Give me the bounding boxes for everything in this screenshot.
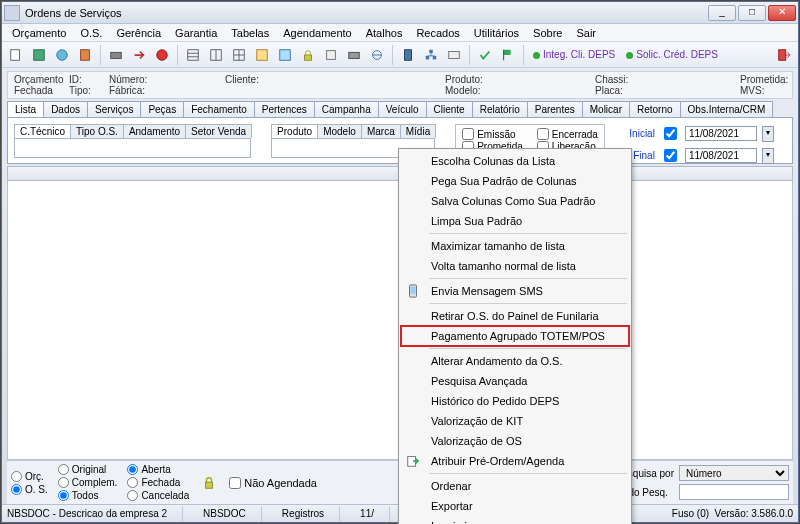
tool-pref-icon[interactable]: [321, 45, 341, 65]
tab-veculo[interactable]: Veículo: [378, 101, 427, 117]
subtab-modelo[interactable]: Modelo: [317, 124, 362, 138]
tool-flag-icon[interactable]: [498, 45, 518, 65]
subtab-setorvenda[interactable]: Setor Venda: [185, 124, 252, 138]
ctx-label: Ordenar: [425, 480, 471, 492]
menu-atalhos[interactable]: Atalhos: [360, 26, 409, 40]
lock-icon[interactable]: [199, 473, 219, 493]
tool-stop-icon[interactable]: [152, 45, 172, 65]
check-encerrada[interactable]: Encerrada: [537, 128, 598, 141]
tool-save-icon[interactable]: [29, 45, 49, 65]
tab-fechamento[interactable]: Fechamento: [183, 101, 255, 117]
radio-todos[interactable]: Todos: [58, 489, 118, 502]
radio-os[interactable]: O. S.: [11, 483, 48, 496]
date-inicial-dropdown-icon[interactable]: ▾: [762, 126, 774, 142]
check-inicial[interactable]: [664, 127, 677, 140]
tab-retorno[interactable]: Retorno: [629, 101, 681, 117]
menu-sair[interactable]: Sair: [570, 26, 602, 40]
tool-grid5-icon[interactable]: [275, 45, 295, 65]
radio-complem[interactable]: Complem.: [58, 476, 118, 489]
ctx-exportar[interactable]: Exportar: [401, 496, 629, 516]
tool-print2-icon[interactable]: [344, 45, 364, 65]
subtab-ctcnico[interactable]: C.Técnico: [14, 124, 71, 138]
tab-obsinternacrm[interactable]: Obs.Interna/CRM: [680, 101, 774, 117]
subtab-produto[interactable]: Produto: [271, 124, 318, 138]
radio-fechada[interactable]: Fechada: [127, 476, 189, 489]
menu-os[interactable]: O.S.: [74, 26, 108, 40]
tool-net-icon[interactable]: [367, 45, 387, 65]
tool-exit-icon[interactable]: [774, 45, 794, 65]
ctx-salva-colunas-como-sua-padr-o[interactable]: Salva Colunas Como Sua Padrão: [401, 191, 629, 211]
tool-arrow-icon[interactable]: [129, 45, 149, 65]
radio-original[interactable]: Original: [58, 463, 118, 476]
ctx-alterar-andamento-da-o-s-[interactable]: Alterar Andamento da O.S.: [401, 351, 629, 371]
menu-oramento[interactable]: Orçamento: [6, 26, 72, 40]
tool-globe-icon[interactable]: [52, 45, 72, 65]
ctx-pagamento-agrupado-totem-pos[interactable]: Pagamento Agrupado TOTEM/POS: [401, 326, 629, 346]
menu-recados[interactable]: Recados: [410, 26, 465, 40]
tab-servios[interactable]: Serviços: [87, 101, 141, 117]
tool-print-icon[interactable]: [106, 45, 126, 65]
tool-lock-icon[interactable]: [298, 45, 318, 65]
ctx-ordenar[interactable]: Ordenar: [401, 476, 629, 496]
tool-card-icon[interactable]: [444, 45, 464, 65]
close-button[interactable]: ✕: [768, 5, 796, 21]
ctx-escolha-colunas-da-lista[interactable]: Escolha Colunas da Lista: [401, 151, 629, 171]
input-dado-pesq[interactable]: [679, 484, 789, 500]
tool-grid1-icon[interactable]: [183, 45, 203, 65]
date-final-input[interactable]: [685, 148, 757, 163]
info-label: [225, 85, 315, 96]
tab-relatrio[interactable]: Relatório: [472, 101, 528, 117]
ctx-imprimir[interactable]: Imprimir: [401, 516, 629, 524]
integ-deps-link[interactable]: Integ. Cli. DEPS: [529, 49, 619, 60]
ctx-valoriza--o-de-kit[interactable]: Valorização de KIT: [401, 411, 629, 431]
check-nao-agendada[interactable]: Não Agendada: [229, 477, 317, 489]
radio-aberta[interactable]: Aberta: [127, 463, 189, 476]
ctx-maximizar-tamanho-de-lista[interactable]: Maximizar tamanho de lista: [401, 236, 629, 256]
solic-deps-link[interactable]: Solic. Créd. DEPS: [622, 49, 722, 60]
tab-peas[interactable]: Peças: [140, 101, 184, 117]
subtab-mdia[interactable]: Mídia: [400, 124, 436, 138]
menu-agendamento[interactable]: Agendamento: [277, 26, 358, 40]
menu-utilitrios[interactable]: Utilitários: [468, 26, 525, 40]
tool-org-icon[interactable]: [421, 45, 441, 65]
tool-check-icon[interactable]: [475, 45, 495, 65]
menu-garantia[interactable]: Garantia: [169, 26, 223, 40]
date-final-dropdown-icon[interactable]: ▾: [762, 148, 774, 164]
tool-grid2-icon[interactable]: [206, 45, 226, 65]
radio-cancelada[interactable]: Cancelada: [127, 489, 189, 502]
ctx-pega-sua-padr-o-de-colunas[interactable]: Pega Sua Padrão de Colunas: [401, 171, 629, 191]
ctx-limpa-sua-padr-o[interactable]: Limpa Sua Padrão: [401, 211, 629, 231]
menu-tabelas[interactable]: Tabelas: [225, 26, 275, 40]
tab-dados[interactable]: Dados: [43, 101, 88, 117]
subtab-andamento[interactable]: Andamento: [123, 124, 186, 138]
ctx-atribuir-pr--ordem-agenda[interactable]: Atribuir Pré-Ordem/Agenda: [401, 451, 629, 471]
subtab-tipoos[interactable]: Tipo O.S.: [70, 124, 124, 138]
ctx-hist-rico-do-pedido-deps[interactable]: Histórico do Pedido DEPS: [401, 391, 629, 411]
tool-new-icon[interactable]: [6, 45, 26, 65]
date-inicial-input[interactable]: [685, 126, 757, 141]
menu-gerncia[interactable]: Gerência: [110, 26, 167, 40]
tab-parentes[interactable]: Parentes: [527, 101, 583, 117]
ctx-pesquisa-avan-ada[interactable]: Pesquisa Avançada: [401, 371, 629, 391]
subtab-marca[interactable]: Marca: [361, 124, 401, 138]
minimize-button[interactable]: _: [708, 5, 736, 21]
tab-molicar[interactable]: Molicar: [582, 101, 630, 117]
check-emissao[interactable]: Emissão: [462, 128, 523, 141]
tool-grid4-icon[interactable]: [252, 45, 272, 65]
tab-campanha[interactable]: Campanha: [314, 101, 379, 117]
tab-cliente[interactable]: Cliente: [426, 101, 473, 117]
tool-book-icon[interactable]: [75, 45, 95, 65]
maximize-button[interactable]: □: [738, 5, 766, 21]
check-final[interactable]: [664, 149, 677, 162]
menu-sobre[interactable]: Sobre: [527, 26, 568, 40]
ctx-envia-mensagem-sms[interactable]: Envia Mensagem SMS: [401, 281, 629, 301]
ctx-volta-tamanho-normal-de-lista[interactable]: Volta tamanho normal de lista: [401, 256, 629, 276]
tab-lista[interactable]: Lista: [7, 101, 44, 117]
tab-pertences[interactable]: Pertences: [254, 101, 315, 117]
tool-grid3-icon[interactable]: [229, 45, 249, 65]
select-pesquisa-por[interactable]: Número: [679, 465, 789, 481]
tool-user-icon[interactable]: [398, 45, 418, 65]
radio-orc[interactable]: Orç.: [11, 470, 48, 483]
ctx-valoriza--o-de-os[interactable]: Valorização de OS: [401, 431, 629, 451]
ctx-retirar-o-s--do-painel-de-funi[interactable]: Retirar O.S. do Painel de Funilaria: [401, 306, 629, 326]
